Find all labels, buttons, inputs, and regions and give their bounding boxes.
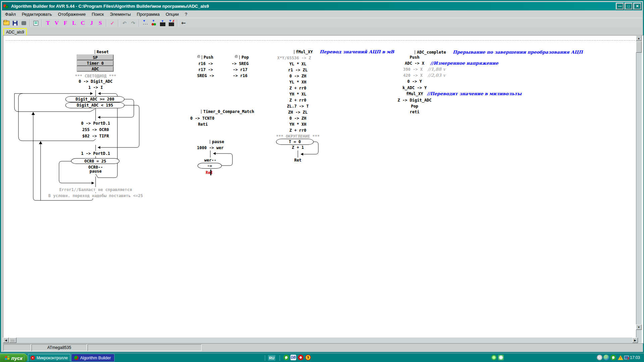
status-cell (88, 344, 202, 351)
flow-op[interactable]: wer-- (204, 158, 217, 163)
task-label: Algorithm Builder for ... (80, 356, 112, 360)
tray-green2-icon[interactable] (498, 355, 504, 360)
flow-op[interactable]: Reti (198, 122, 209, 127)
tray-green-icon[interactable] (491, 355, 497, 360)
tray-warning-icon[interactable] (618, 355, 623, 360)
flow-label-push[interactable]: Push (203, 55, 214, 60)
scroll-right-button[interactable]: ▶ (632, 338, 638, 343)
flow-op[interactable]: YL * XH (289, 79, 307, 85)
flow-op[interactable]: 0 -> ZH (289, 73, 307, 79)
taskbar-divider (279, 355, 280, 361)
flow-condition[interactable]: OCR0 = 25 (71, 158, 119, 164)
flow-condition[interactable]: Digit_ADC >= 200 (65, 96, 124, 102)
flow-op[interactable]: Z + 1 (291, 145, 305, 150)
flow-label-adc-complete[interactable]: ADC_complete (416, 50, 447, 55)
start-label: пуск (11, 355, 22, 361)
flow-op[interactable]: k_ADC -> Y (402, 85, 427, 90)
flow-op[interactable]: YL * XL (289, 61, 307, 67)
flow-op[interactable]: 1 -> I (88, 85, 103, 90)
flow-comment-error[interactable]: Error1//Балласт не справляется (59, 187, 133, 192)
flow-op[interactable]: Z + rr0 (289, 98, 307, 103)
flow-label-pop[interactable]: Pop (241, 55, 250, 60)
flow-label-fmul[interactable]: fMul_XY (295, 49, 314, 55)
flow-op[interactable]: ZL.7 -> T (286, 104, 309, 109)
flow-op[interactable]: 255 -> OCR0 (82, 127, 109, 132)
horizontal-scrollbar[interactable]: ◀ |||| ▶ (3, 338, 638, 343)
flow-op-selected[interactable]: Ret (205, 170, 214, 175)
flow-op[interactable]: YH * XH (289, 122, 307, 127)
flow-comment[interactable]: Прерывание по завершении преобразования … (453, 50, 583, 55)
flow-op[interactable]: 0 -> TCNT0 (190, 116, 215, 121)
flow-op[interactable]: 0 -> PortD.1 (80, 121, 111, 126)
browser-icon (31, 356, 35, 360)
flow-op-disabled[interactable]: 390 -> X (402, 67, 423, 72)
flow-comment-disabled[interactable]: //1,88 v (428, 67, 445, 72)
taskbar-divider (23, 355, 25, 361)
task-button-mikrokontrollery[interactable]: Микроконтроллеры.... (28, 354, 70, 362)
scroll-down-button[interactable]: ▼ (636, 324, 642, 330)
flow-op[interactable]: 0 -> Digit_ADC (78, 79, 113, 84)
flow-comment-led[interactable]: *** СВЕТОДИОД *** (74, 73, 117, 79)
vertical-scrollbar[interactable]: ▲ ▼ (636, 36, 642, 343)
task-label: Микроконтроллеры.... (37, 356, 68, 360)
flow-comment-error[interactable]: В условн. переход надобы поставить <=25 (48, 193, 144, 198)
opera-icon[interactable] (298, 355, 304, 360)
flow-op[interactable]: SREG -> (197, 73, 215, 78)
flow-op[interactable]: r17 -> (198, 67, 213, 72)
tray-utorrent-icon[interactable]: µ (610, 355, 616, 360)
flow-comment-disabled[interactable]: //2,03 v (428, 73, 445, 78)
flow-op[interactable]: pause (89, 169, 102, 174)
flow-comment[interactable]: //Переводит значение в миливольты (427, 91, 522, 97)
taskbar-clock: 17:03 (630, 355, 640, 360)
db-icon[interactable]: DB (290, 355, 296, 360)
flow-condition[interactable]: Digit_ADC < 195 (65, 102, 124, 108)
flow-op[interactable]: -> r16 (232, 73, 248, 78)
utorrent-icon[interactable]: µ (283, 355, 289, 360)
flow-condition[interactable]: -= (198, 163, 222, 169)
flow-label-timer0[interactable]: Timer_0_Compare_Match (203, 109, 255, 114)
language-indicator[interactable]: RU (268, 355, 275, 361)
flow-op-disabled[interactable]: 420 -> X (402, 73, 423, 78)
flow-op[interactable]: Pop (410, 104, 419, 109)
flow-op[interactable]: 0 -> Y (407, 79, 422, 84)
scroll-up-button[interactable]: ▲ (636, 36, 642, 41)
flow-box-sp[interactable]: SP (77, 55, 113, 60)
tray-globe-icon[interactable] (603, 355, 609, 360)
flow-label-reset[interactable]: Reset (96, 49, 109, 55)
flow-op[interactable]: fMul_XY (406, 91, 424, 97)
flow-box-timer0[interactable]: Timer 0 (77, 61, 113, 66)
vertical-scroll-thumb[interactable] (636, 41, 642, 53)
flow-op[interactable]: -> SREG (231, 61, 250, 66)
flow-op[interactable]: -> r17 (232, 67, 248, 72)
tray-clock-icon[interactable]: 🕓 (597, 355, 602, 360)
flow-op[interactable]: Z + rr0 (289, 128, 307, 133)
flow-comment-gray[interactable]: X*Y/65536 -> Z (276, 55, 312, 61)
flow-op[interactable]: 1000 -> wer (196, 145, 224, 150)
opera9-icon[interactable]: 9 (305, 355, 311, 360)
algorithm-builder-icon (74, 356, 78, 360)
flow-op[interactable]: Z -> Digit_ADC (397, 98, 432, 103)
flow-op[interactable]: 1 -> PortD.1 (80, 151, 111, 156)
flow-op[interactable]: Z + rr0 (289, 85, 307, 91)
flow-op[interactable]: ADC -> X (404, 61, 425, 66)
flow-label-pause[interactable]: pause (211, 139, 225, 144)
flow-comment-rounding[interactable]: *** ОКРУГЛЕНИЕ *** (275, 134, 320, 139)
flow-op[interactable]: Ret (293, 158, 302, 163)
flow-op[interactable]: ZH -> ZL (287, 110, 308, 115)
flow-op[interactable]: $02 -> TIFR (82, 133, 109, 139)
flow-box-adc[interactable]: ADC (77, 66, 113, 71)
edit-cursor (210, 170, 211, 175)
flow-op[interactable]: r16 -> (198, 61, 213, 66)
scroll-left-button[interactable]: ◀ (3, 338, 9, 343)
flow-op[interactable]: Push (409, 55, 420, 60)
flow-op[interactable]: r1 -> ZL (287, 67, 308, 73)
flow-op[interactable]: YH * XL (289, 92, 307, 97)
task-button-algorithm-builder[interactable]: Algorithm Builder for ... (71, 354, 114, 362)
flow-condition[interactable]: T = 0 (276, 139, 314, 145)
flow-op[interactable]: reti (409, 109, 420, 115)
flow-comment[interactable]: Перевод значений АЦП в мВ (320, 49, 394, 55)
horizontal-scroll-thumb[interactable]: |||| (9, 338, 16, 343)
flow-op[interactable]: 0 -> ZH (289, 116, 307, 121)
flow-comment[interactable]: //Измеренное напряжение (430, 61, 498, 66)
tray-network-icon[interactable] (624, 356, 629, 359)
